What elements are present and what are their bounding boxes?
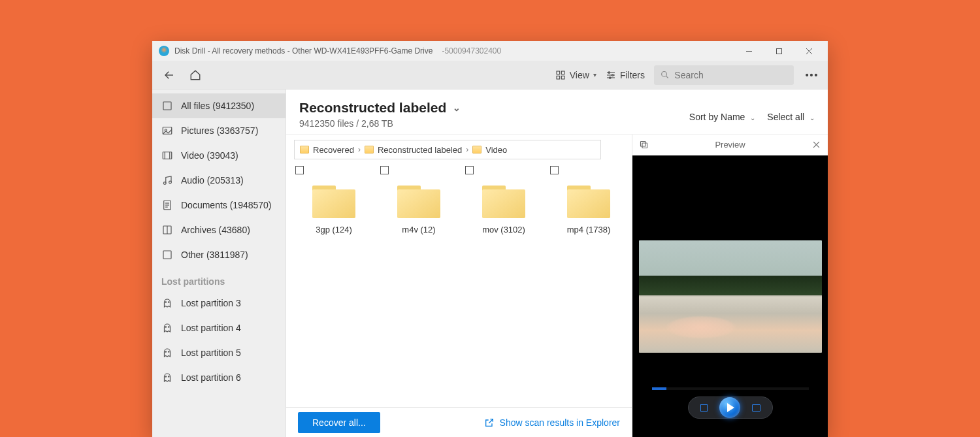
- video-thumbnail: [639, 240, 822, 353]
- checkbox[interactable]: [465, 166, 474, 174]
- chevron-down-icon: ⌄: [750, 114, 755, 121]
- sidebar: All files (9412350) Pictures (3363757) V…: [152, 89, 286, 437]
- breadcrumb[interactable]: Recovered › Reconstructed labeled › Vide…: [294, 140, 601, 159]
- sidebar-item-pictures[interactable]: Pictures (3363757): [152, 118, 286, 143]
- stop-button[interactable]: [700, 404, 708, 412]
- svg-rect-5: [557, 71, 560, 74]
- sidebar-item-lost-partition-5[interactable]: Lost partition 5: [152, 340, 286, 365]
- body: All files (9412350) Pictures (3363757) V…: [152, 89, 828, 437]
- svg-point-38: [165, 376, 167, 378]
- video-progress[interactable]: [652, 387, 809, 390]
- view-dropdown[interactable]: View ▾: [555, 70, 596, 80]
- other-icon: [161, 249, 173, 261]
- chevron-down-icon[interactable]: ⌄: [453, 103, 461, 113]
- archives-icon: [161, 224, 173, 236]
- sort-dropdown[interactable]: Sort by Name ⌄: [689, 112, 755, 122]
- recover-all-button[interactable]: Recover all...: [298, 412, 380, 433]
- svg-point-15: [662, 71, 667, 76]
- sidebar-item-label: Pictures (3363757): [181, 125, 258, 136]
- minimize-button[interactable]: [734, 41, 764, 61]
- folder-item[interactable]: mp4 (1738): [546, 163, 631, 255]
- folder-item[interactable]: mov (3102): [461, 163, 546, 255]
- sidebar-item-documents[interactable]: Documents (1948570): [152, 193, 286, 218]
- page-title: Reconstructed labeled: [299, 100, 446, 116]
- folder-name: 3gp (124): [291, 225, 376, 235]
- grid-view-icon: [555, 70, 566, 80]
- svg-point-24: [169, 181, 172, 184]
- folder-icon: [482, 183, 525, 218]
- home-button[interactable]: [185, 65, 206, 86]
- files-icon: [161, 100, 173, 112]
- folder-icon: [312, 183, 355, 218]
- sidebar-item-lost-partition-3[interactable]: Lost partition 3: [152, 291, 286, 316]
- close-button[interactable]: [794, 41, 824, 61]
- sidebar-item-archives[interactable]: Archives (43680): [152, 218, 286, 242]
- svg-rect-7: [557, 76, 560, 79]
- sidebar-item-label: Video (39043): [181, 150, 238, 161]
- svg-point-36: [165, 351, 167, 353]
- sidebar-item-lost-partition-6[interactable]: Lost partition 6: [152, 365, 286, 390]
- search-box[interactable]: [654, 65, 794, 85]
- checkbox[interactable]: [295, 166, 304, 174]
- maximize-button[interactable]: [764, 41, 794, 61]
- more-button[interactable]: •••: [803, 70, 821, 80]
- main-panel: Reconstructed labeled ⌄ 9412350 files / …: [286, 89, 828, 437]
- video-icon: [161, 150, 173, 161]
- folder-item[interactable]: m4v (12): [376, 163, 461, 255]
- sidebar-item-video[interactable]: Video (39043): [152, 143, 286, 168]
- svg-point-39: [169, 376, 170, 378]
- breadcrumb-item[interactable]: Reconstructed labeled: [378, 145, 462, 155]
- sidebar-item-all-files[interactable]: All files (9412350): [152, 93, 286, 118]
- svg-rect-17: [163, 102, 171, 110]
- svg-point-23: [163, 182, 166, 185]
- svg-point-35: [169, 327, 170, 328]
- search-input[interactable]: [674, 70, 787, 80]
- breadcrumb-item[interactable]: Recovered: [313, 145, 354, 155]
- svg-point-34: [165, 327, 167, 328]
- toolbar: View ▾ Filters •••: [152, 61, 828, 89]
- pictures-icon: [161, 125, 173, 137]
- chevron-down-icon: ▾: [593, 71, 596, 78]
- sidebar-item-label: Lost partition 4: [181, 323, 241, 333]
- svg-line-40: [489, 419, 493, 423]
- window-title: Disk Drill - All recovery methods - Othe…: [174, 46, 433, 56]
- checkbox[interactable]: [550, 166, 559, 174]
- title-bar: Disk Drill - All recovery methods - Othe…: [152, 41, 828, 61]
- preview-title: Preview: [649, 140, 811, 150]
- close-icon[interactable]: [811, 140, 821, 150]
- svg-point-37: [169, 351, 170, 353]
- checkbox[interactable]: [380, 166, 389, 174]
- folder-name: mp4 (1738): [546, 225, 631, 235]
- app-icon: [159, 46, 169, 56]
- svg-rect-42: [641, 142, 646, 147]
- back-button[interactable]: [159, 65, 180, 86]
- folder-icon: [300, 146, 309, 154]
- filters-label: Filters: [620, 70, 645, 80]
- preview-body: [632, 155, 828, 437]
- svg-rect-41: [642, 143, 647, 148]
- audio-icon: [161, 174, 173, 186]
- explorer-link-label: Show scan results in Explorer: [500, 417, 620, 428]
- sidebar-item-lost-partition-4[interactable]: Lost partition 4: [152, 316, 286, 340]
- sidebar-item-label: Archives (43680): [181, 225, 250, 235]
- sidebar-item-label: Other (3811987): [181, 250, 248, 260]
- sidebar-section-lost: Lost partitions: [152, 267, 286, 291]
- fullscreen-button[interactable]: [752, 404, 760, 412]
- select-all-dropdown[interactable]: Select all ⌄: [767, 112, 815, 122]
- chevron-down-icon: ⌄: [809, 114, 815, 121]
- breadcrumb-item[interactable]: Video: [485, 145, 507, 155]
- svg-line-16: [666, 76, 668, 78]
- sidebar-item-label: Audio (205313): [181, 175, 244, 186]
- folder-item[interactable]: 3gp (124): [291, 163, 376, 255]
- ghost-icon: [161, 347, 173, 359]
- show-in-explorer-link[interactable]: Show scan results in Explorer: [484, 417, 620, 428]
- view-label: View: [570, 70, 589, 80]
- sidebar-item-other[interactable]: Other (3811987): [152, 242, 286, 267]
- window-subtitle: -5000947302400: [442, 46, 501, 56]
- sidebar-item-label: Lost partition 6: [181, 372, 241, 383]
- filters-button[interactable]: Filters: [606, 70, 645, 80]
- sidebar-item-audio[interactable]: Audio (205313): [152, 168, 286, 193]
- chevron-right-icon: ›: [466, 145, 468, 154]
- copy-icon[interactable]: [639, 140, 649, 150]
- play-button[interactable]: [719, 397, 740, 418]
